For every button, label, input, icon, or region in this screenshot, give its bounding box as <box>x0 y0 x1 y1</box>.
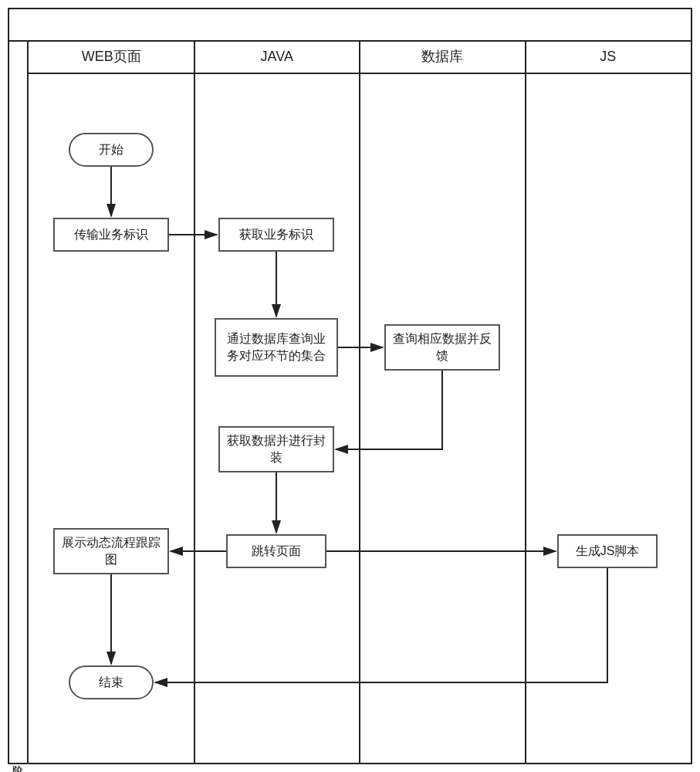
lane-header-web: WEB页面 <box>29 40 194 74</box>
lane-header-js: JS <box>526 40 692 74</box>
process-encapsulate: 获取数据并进行封装 <box>218 426 334 472</box>
end-terminator: 结束 <box>69 665 154 699</box>
start-terminator: 开始 <box>69 133 154 167</box>
process-query-collection: 通过数据库查询业务对应环节的集合 <box>215 318 338 377</box>
lane-area: 阶段 WEB页面 JAVA 数据库 JS 开始 传输业务标识 获取业务标识 通过… <box>9 40 691 764</box>
lane-divider <box>359 40 360 764</box>
swimlane-diagram: 阶段 WEB页面 JAVA 数据库 JS 开始 传输业务标识 获取业务标识 通过… <box>0 0 700 772</box>
process-get-id: 获取业务标识 <box>218 218 334 252</box>
process-transmit-id: 传输业务标识 <box>53 218 169 252</box>
process-gen-js: 生成JS脚本 <box>557 534 658 568</box>
lane-divider <box>194 40 195 764</box>
title-bar <box>9 9 691 42</box>
phase-column: 阶段 <box>9 40 29 764</box>
process-show-flow: 展示动态流程跟踪图 <box>53 528 169 574</box>
process-db-query: 查询相应数据并反馈 <box>384 324 500 371</box>
lane-header-java: JAVA <box>194 40 360 74</box>
lane-header-db: 数据库 <box>360 40 526 74</box>
diagram-frame: 阶段 WEB页面 JAVA 数据库 JS 开始 传输业务标识 获取业务标识 通过… <box>8 8 692 764</box>
phase-label: 阶段 <box>11 757 25 760</box>
swimlanes: WEB页面 JAVA 数据库 JS 开始 传输业务标识 获取业务标识 通过数据库… <box>29 40 691 764</box>
lane-divider <box>525 40 526 764</box>
process-redirect: 跳转页面 <box>226 534 326 568</box>
